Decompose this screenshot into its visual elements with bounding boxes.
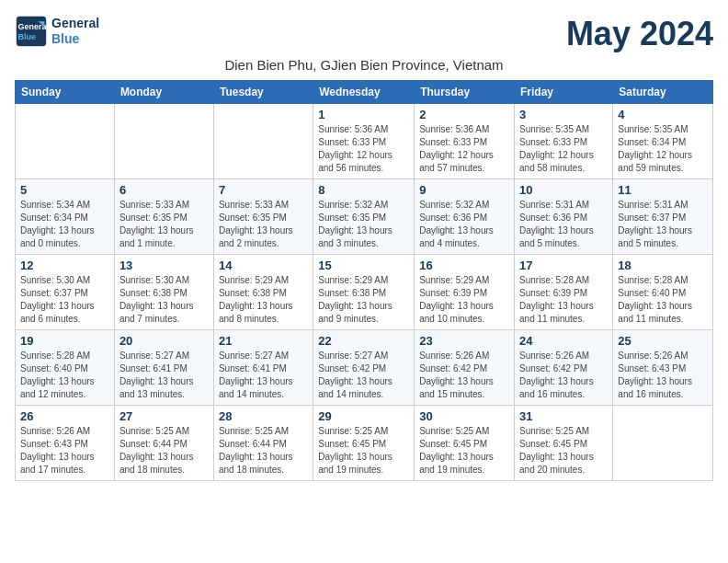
day-number: 31	[519, 409, 608, 423]
day-info: Sunrise: 5:31 AM Sunset: 6:36 PM Dayligh…	[519, 199, 608, 250]
day-info: Sunrise: 5:26 AM Sunset: 6:43 PM Dayligh…	[618, 350, 708, 401]
header-row: SundayMondayTuesdayWednesdayThursdayFrid…	[16, 81, 713, 104]
weekday-header-sunday: Sunday	[16, 81, 115, 104]
day-info: Sunrise: 5:32 AM Sunset: 6:36 PM Dayligh…	[419, 199, 509, 250]
day-number: 28	[219, 409, 308, 423]
weekday-header-monday: Monday	[114, 81, 213, 104]
calendar-cell: 26Sunrise: 5:26 AM Sunset: 6:43 PM Dayli…	[16, 406, 115, 481]
weekday-header-saturday: Saturday	[613, 81, 713, 104]
day-info: Sunrise: 5:30 AM Sunset: 6:38 PM Dayligh…	[119, 274, 209, 326]
day-number: 17	[519, 259, 608, 272]
calendar-cell: 5Sunrise: 5:34 AM Sunset: 6:34 PM Daylig…	[16, 179, 115, 255]
day-info: Sunrise: 5:28 AM Sunset: 6:39 PM Dayligh…	[519, 274, 608, 326]
day-number: 18	[618, 259, 708, 272]
calendar-cell	[613, 406, 713, 481]
calendar-body: 1Sunrise: 5:36 AM Sunset: 6:33 PM Daylig…	[16, 104, 713, 481]
calendar-cell: 4Sunrise: 5:35 AM Sunset: 6:34 PM Daylig…	[613, 104, 713, 179]
day-number: 21	[219, 334, 308, 348]
calendar-cell: 24Sunrise: 5:26 AM Sunset: 6:42 PM Dayli…	[515, 330, 613, 406]
day-info: Sunrise: 5:25 AM Sunset: 6:45 PM Dayligh…	[318, 425, 409, 477]
day-info: Sunrise: 5:27 AM Sunset: 6:41 PM Dayligh…	[219, 350, 308, 401]
svg-text:Blue: Blue	[18, 32, 37, 41]
day-info: Sunrise: 5:28 AM Sunset: 6:40 PM Dayligh…	[618, 274, 708, 326]
day-number: 3	[519, 108, 608, 121]
week-row-5: 26Sunrise: 5:26 AM Sunset: 6:43 PM Dayli…	[16, 406, 713, 481]
logo-line1: General	[51, 16, 99, 31]
day-number: 14	[219, 259, 308, 272]
day-info: Sunrise: 5:29 AM Sunset: 6:38 PM Dayligh…	[219, 274, 308, 326]
calendar-cell: 22Sunrise: 5:27 AM Sunset: 6:42 PM Dayli…	[313, 330, 415, 406]
day-info: Sunrise: 5:35 AM Sunset: 6:34 PM Dayligh…	[618, 123, 708, 175]
day-number: 19	[20, 334, 109, 348]
logo-icon: General Blue	[15, 15, 48, 48]
calendar-cell: 11Sunrise: 5:31 AM Sunset: 6:37 PM Dayli…	[613, 179, 713, 255]
day-number: 9	[419, 183, 509, 197]
weekday-header-wednesday: Wednesday	[313, 81, 415, 104]
day-info: Sunrise: 5:27 AM Sunset: 6:42 PM Dayligh…	[318, 350, 409, 401]
day-number: 25	[618, 334, 708, 348]
calendar-cell: 29Sunrise: 5:25 AM Sunset: 6:45 PM Dayli…	[313, 406, 415, 481]
day-number: 7	[219, 183, 308, 197]
day-info: Sunrise: 5:33 AM Sunset: 6:35 PM Dayligh…	[119, 199, 209, 250]
week-row-3: 12Sunrise: 5:30 AM Sunset: 6:37 PM Dayli…	[16, 255, 713, 330]
day-number: 5	[20, 183, 109, 197]
calendar-cell: 3Sunrise: 5:35 AM Sunset: 6:33 PM Daylig…	[515, 104, 613, 179]
day-number: 12	[20, 259, 109, 272]
day-info: Sunrise: 5:27 AM Sunset: 6:41 PM Dayligh…	[119, 350, 209, 401]
calendar-cell	[16, 104, 115, 179]
calendar-cell: 28Sunrise: 5:25 AM Sunset: 6:44 PM Dayli…	[213, 406, 313, 481]
calendar-cell: 30Sunrise: 5:25 AM Sunset: 6:45 PM Dayli…	[415, 406, 515, 481]
weekday-header-tuesday: Tuesday	[213, 81, 313, 104]
month-title: May 2024	[566, 15, 713, 53]
calendar-cell: 1Sunrise: 5:36 AM Sunset: 6:33 PM Daylig…	[313, 104, 415, 179]
logo-line2: Blue	[51, 31, 99, 47]
calendar-cell: 10Sunrise: 5:31 AM Sunset: 6:36 PM Dayli…	[515, 179, 613, 255]
calendar-cell: 17Sunrise: 5:28 AM Sunset: 6:39 PM Dayli…	[515, 255, 613, 330]
day-number: 29	[318, 409, 409, 423]
day-info: Sunrise: 5:32 AM Sunset: 6:35 PM Dayligh…	[318, 199, 409, 250]
calendar-cell: 27Sunrise: 5:25 AM Sunset: 6:44 PM Dayli…	[114, 406, 213, 481]
day-info: Sunrise: 5:31 AM Sunset: 6:37 PM Dayligh…	[618, 199, 708, 250]
day-info: Sunrise: 5:36 AM Sunset: 6:33 PM Dayligh…	[318, 123, 409, 175]
day-number: 30	[419, 409, 509, 423]
calendar-cell	[213, 104, 313, 179]
day-info: Sunrise: 5:34 AM Sunset: 6:34 PM Dayligh…	[20, 199, 109, 250]
day-info: Sunrise: 5:35 AM Sunset: 6:33 PM Dayligh…	[519, 123, 608, 175]
day-number: 6	[119, 183, 209, 197]
calendar-cell: 14Sunrise: 5:29 AM Sunset: 6:38 PM Dayli…	[213, 255, 313, 330]
day-number: 20	[119, 334, 209, 348]
logo: General Blue General Blue	[15, 15, 99, 48]
weekday-header-thursday: Thursday	[415, 81, 515, 104]
day-info: Sunrise: 5:26 AM Sunset: 6:42 PM Dayligh…	[419, 350, 509, 401]
calendar-cell: 13Sunrise: 5:30 AM Sunset: 6:38 PM Dayli…	[114, 255, 213, 330]
logo-text: General Blue	[51, 16, 99, 47]
day-number: 23	[419, 334, 509, 348]
day-number: 13	[119, 259, 209, 272]
day-number: 26	[20, 409, 109, 423]
calendar-table: SundayMondayTuesdayWednesdayThursdayFrid…	[15, 80, 713, 481]
day-number: 2	[419, 108, 509, 121]
calendar-cell: 8Sunrise: 5:32 AM Sunset: 6:35 PM Daylig…	[313, 179, 415, 255]
calendar-cell: 31Sunrise: 5:25 AM Sunset: 6:45 PM Dayli…	[515, 406, 613, 481]
calendar-cell: 7Sunrise: 5:33 AM Sunset: 6:35 PM Daylig…	[213, 179, 313, 255]
calendar-cell: 21Sunrise: 5:27 AM Sunset: 6:41 PM Dayli…	[213, 330, 313, 406]
calendar-cell: 18Sunrise: 5:28 AM Sunset: 6:40 PM Dayli…	[613, 255, 713, 330]
day-info: Sunrise: 5:36 AM Sunset: 6:33 PM Dayligh…	[419, 123, 509, 175]
calendar-cell: 9Sunrise: 5:32 AM Sunset: 6:36 PM Daylig…	[415, 179, 515, 255]
page-header: General Blue General Blue May 2024	[15, 15, 713, 53]
day-info: Sunrise: 5:25 AM Sunset: 6:45 PM Dayligh…	[419, 425, 509, 477]
day-info: Sunrise: 5:26 AM Sunset: 6:43 PM Dayligh…	[20, 425, 109, 477]
day-info: Sunrise: 5:26 AM Sunset: 6:42 PM Dayligh…	[519, 350, 608, 401]
calendar-cell: 16Sunrise: 5:29 AM Sunset: 6:39 PM Dayli…	[415, 255, 515, 330]
day-number: 16	[419, 259, 509, 272]
calendar-cell: 23Sunrise: 5:26 AM Sunset: 6:42 PM Dayli…	[415, 330, 515, 406]
day-number: 11	[618, 183, 708, 197]
day-number: 10	[519, 183, 608, 197]
week-row-1: 1Sunrise: 5:36 AM Sunset: 6:33 PM Daylig…	[16, 104, 713, 179]
calendar-cell: 15Sunrise: 5:29 AM Sunset: 6:38 PM Dayli…	[313, 255, 415, 330]
day-number: 27	[119, 409, 209, 423]
day-info: Sunrise: 5:33 AM Sunset: 6:35 PM Dayligh…	[219, 199, 308, 250]
day-number: 24	[519, 334, 608, 348]
day-number: 8	[318, 183, 409, 197]
calendar-cell: 6Sunrise: 5:33 AM Sunset: 6:35 PM Daylig…	[114, 179, 213, 255]
